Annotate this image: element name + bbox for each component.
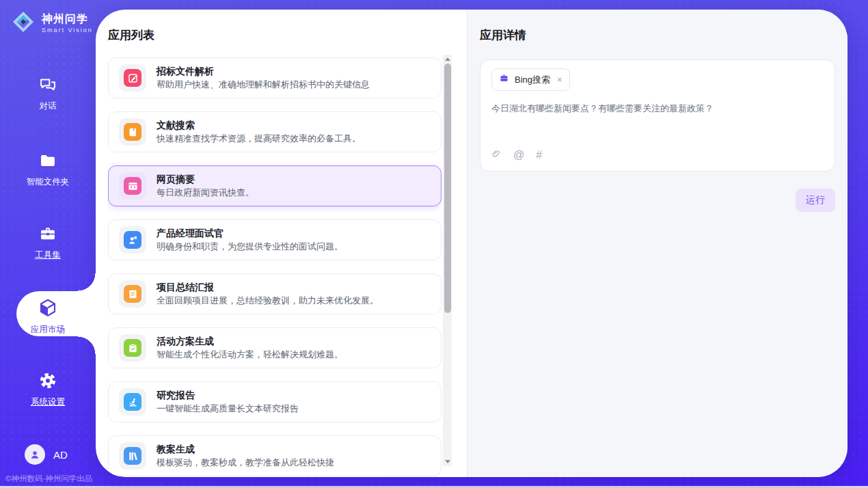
app-title: 产品经理面试官 — [157, 227, 343, 240]
tool-tag-label: Bing搜索 — [515, 74, 550, 86]
app-window: 神州问学 Smart Vision 对话 智能文件夹 — [0, 0, 868, 488]
app-title: 网页摘要 — [157, 173, 254, 186]
attachment-icon[interactable] — [491, 148, 502, 162]
app-title: 研究报告 — [157, 389, 299, 402]
composer-toolbar: @ # — [491, 148, 542, 162]
folder-icon — [38, 151, 57, 172]
sidebar-item-label: 系统设置 — [0, 396, 96, 408]
sidebar-item-label: 工具集 — [0, 249, 96, 261]
app-title: 文献搜索 — [157, 119, 361, 132]
sidebar-item-settings[interactable]: 系统设置 — [0, 371, 96, 408]
sidebar-item-label: 智能文件夹 — [0, 176, 96, 188]
web-code-icon — [124, 177, 141, 195]
app-card-literature-search[interactable]: 文献搜索 快速精准查找学术资源，提高研究效率的必备工具。 — [108, 111, 442, 152]
app-list-title: 应用列表 — [108, 27, 467, 43]
app-desc: 模板驱动，教案秒成，教学准备从此轻松快捷 — [157, 457, 334, 469]
toolbox-icon — [38, 224, 57, 245]
app-card-lesson-plan[interactable]: 教案生成 模板驱动，教案秒成，教学准备从此轻松快捷 — [108, 435, 442, 476]
sidebar-item-smart-folders[interactable]: 智能文件夹 — [0, 151, 96, 188]
app-desc: 智能生成个性化活动方案，轻松解决规划难题。 — [157, 349, 343, 361]
query-input[interactable]: 今日湖北有哪些新闻要点？有哪些需要关注的最新政策？ — [491, 102, 824, 116]
scroll-down-arrow[interactable] — [443, 457, 452, 466]
app-card-project-summary[interactable]: 项目总结汇报 全面回顾项目进展，总结经验教训，助力未来优化发展。 — [108, 273, 442, 314]
app-card-event-plan[interactable]: 活动方案生成 智能生成个性化活动方案，轻松解决规划难题。 — [108, 327, 442, 368]
app-card-web-summary[interactable]: 网页摘要 每日政府新闻资讯快查。 — [108, 165, 442, 206]
app-list-panel: 应用列表 招标文件解析 帮助用户快速、准确地理解和解析招标书中的关键信息 — [96, 10, 467, 477]
run-button[interactable]: 运行 — [796, 189, 835, 212]
brand-text: 神州问学 Smart Vision — [42, 13, 93, 33]
app-desc: 全面回顾项目进展，总结经验教训，助力未来优化发展。 — [157, 295, 379, 307]
app-title: 项目总结汇报 — [157, 281, 379, 294]
brand-tagline: Smart Vision — [42, 27, 93, 33]
sidebar-item-toolset[interactable]: 工具集 — [0, 224, 96, 261]
app-title: 活动方案生成 — [157, 335, 343, 348]
mention-icon[interactable]: @ — [513, 150, 524, 161]
scrollbar-thumb[interactable] — [444, 64, 451, 313]
app-detail-title: 应用详情 — [480, 27, 847, 43]
app-desc: 快速精准查找学术资源，提高研究效率的必备工具。 — [157, 133, 361, 145]
app-card-pm-interviewer[interactable]: 产品经理面试官 明确身份和职责，为您提供专业性的面试问题。 — [108, 219, 442, 260]
app-desc: 每日政府新闻资讯快查。 — [157, 187, 254, 199]
app-desc: 帮助用户快速、准确地理解和解析招标书中的关键信息 — [157, 79, 370, 91]
tag-close-icon[interactable]: × — [557, 75, 562, 84]
prompt-composer[interactable]: Bing搜索 × 今日湖北有哪些新闻要点？有哪些需要关注的最新政策？ @ # — [480, 59, 835, 172]
app-desc: 一键智能生成高质量长文本研究报告 — [157, 403, 299, 415]
app-list: 招标文件解析 帮助用户快速、准确地理解和解析招标书中的关键信息 文献搜索 快速精… — [108, 57, 442, 477]
copyright-text: ©神州数码·神州问学出品 — [5, 474, 92, 484]
diamond-logo-icon — [10, 8, 37, 38]
app-card-research-report[interactable]: 研究报告 一键智能生成高质量长文本研究报告 — [108, 381, 442, 422]
app-card-bid-parse[interactable]: 招标文件解析 帮助用户快速、准确地理解和解析招标书中的关键信息 — [108, 57, 442, 98]
interviewer-icon — [124, 231, 141, 249]
sidebar-item-app-market[interactable]: 应用市场 — [0, 297, 96, 336]
scrollbar[interactable] — [443, 55, 452, 466]
edit-doc-icon — [124, 69, 141, 87]
book-icon — [124, 123, 141, 141]
microscope-icon — [124, 393, 141, 411]
briefcase-icon — [499, 73, 509, 86]
user-account[interactable]: AD — [25, 444, 68, 465]
user-name: AD — [53, 449, 68, 461]
gear-icon — [38, 371, 57, 392]
scroll-up-arrow[interactable] — [443, 55, 452, 64]
report-note-icon — [124, 285, 141, 303]
avatar — [25, 444, 45, 465]
app-desc: 明确身份和职责，为您提供专业性的面试问题。 — [157, 241, 343, 253]
sidebar: 神州问学 Smart Vision 对话 智能文件夹 — [0, 0, 96, 488]
cube-icon — [38, 297, 58, 318]
books-icon — [124, 447, 141, 465]
app-title: 招标文件解析 — [157, 65, 370, 78]
hashtag-icon[interactable]: # — [536, 150, 542, 161]
brand-name: 神州问学 — [42, 13, 93, 25]
sidebar-item-chat[interactable]: 对话 — [0, 75, 96, 112]
sidebar-item-label: 对话 — [0, 100, 96, 112]
app-detail-panel: 应用详情 Bing搜索 × 今日湖北有哪些新闻要点？有哪些需要关注的最新政策？ — [467, 10, 847, 477]
brand-logo: 神州问学 Smart Vision — [10, 8, 93, 38]
chat-icon — [38, 75, 57, 96]
clipboard-check-icon — [124, 339, 141, 357]
run-row: 运行 — [467, 189, 835, 212]
app-title: 教案生成 — [157, 443, 334, 456]
tool-tag-bing-search[interactable]: Bing搜索 × — [491, 68, 570, 91]
content-window: 应用列表 招标文件解析 帮助用户快速、准确地理解和解析招标书中的关键信息 — [96, 10, 847, 477]
sidebar-item-label: 应用市场 — [0, 324, 96, 336]
